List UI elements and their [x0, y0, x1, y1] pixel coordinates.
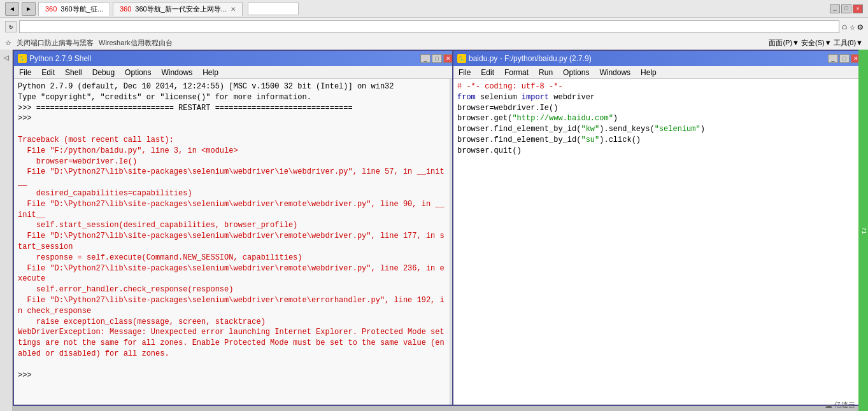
shell-minimize-btn[interactable]: _ [420, 54, 430, 63]
browser-tab-1[interactable]: 360 360导航_征... [38, 2, 110, 16]
browser-bookmarks: ☆ 关闭端口防止病毒与黑客 Wireshark信用教程由台 面面(P)▼ 安全(… [0, 36, 868, 50]
editor-code: # -*- coding: utf-8 -*- from selenium im… [457, 81, 861, 157]
menu-edit[interactable]: Edit [36, 67, 60, 78]
shell-maximize-btn[interactable]: □ [432, 54, 442, 63]
browser-window-controls: _ □ ✕ [830, 4, 863, 13]
browser-right-tools: 面面(P)▼ 安全(S)▼ 工具(0)▼ [769, 38, 863, 48]
browser-bar: ◀ ▶ 360 360导航_征... 360 360导航_新一代安全上网导...… [0, 0, 868, 50]
editor-window-buttons: _ □ ✕ [828, 54, 861, 63]
yiyun-badge: ☁ 亿速云 [825, 400, 855, 410]
tab2-label: 360导航_新一代安全上网导... [135, 4, 227, 14]
menu-options[interactable]: Options [120, 67, 156, 78]
yiyun-label: 亿速云 [834, 400, 855, 410]
editor-title-group: 🐍 baidu.py - F:/python/baidu.py (2.7.9) [457, 54, 592, 63]
shell-titlebar: 🐍 Python 2.7.9 Shell _ □ ✕ [14, 51, 457, 66]
tab1-label: 360导航_征... [60, 4, 103, 14]
editor-window: 🐍 baidu.py - F:/python/baidu.py (2.7.9) … [452, 50, 866, 406]
editor-menu-windows[interactable]: Windows [594, 67, 636, 78]
shell-content[interactable]: Python 2.7.9 (default, Dec 10 2014, 12:2… [14, 79, 450, 405]
bookmark-icon: ☆ [5, 39, 11, 47]
editor-menu-run[interactable]: Run [534, 67, 558, 78]
editor-menu-file[interactable]: File [453, 67, 476, 78]
tab2-close-icon[interactable]: ✕ [231, 6, 236, 13]
browser-top: ◀ ▶ 360 360导航_征... 360 360导航_新一代安全上网导...… [0, 0, 868, 18]
right-badge-label: 71 [860, 227, 867, 234]
shell-title-group: 🐍 Python 2.7.9 Shell [18, 54, 91, 63]
menu-shell[interactable]: Shell [60, 67, 87, 78]
editor-titlebar: 🐍 baidu.py - F:/python/baidu.py (2.7.9) … [453, 51, 865, 66]
new-tab-area [248, 3, 299, 15]
browser-tab-2[interactable]: 360 360导航_新一代安全上网导... ✕ [113, 2, 243, 16]
shell-title: Python 2.7.9 Shell [29, 54, 91, 63]
editor-maximize-btn[interactable]: □ [839, 54, 850, 63]
shell-window: 🐍 Python 2.7.9 Shell _ □ ✕ File Edit She… [13, 50, 459, 406]
menu-help[interactable]: Help [197, 67, 224, 78]
shell-window-icon: 🐍 [18, 54, 27, 63]
left-strip: ◁ [0, 50, 13, 411]
shell-body: Python 2.7.9 (default, Dec 10 2014, 12:2… [14, 79, 457, 405]
browser-addr-bar: ↻ ⌂ ☆ ⚙ [0, 18, 868, 36]
editor-menubar: File Edit Format Run Options Windows Hel… [453, 66, 865, 79]
gear-icon[interactable]: ⚙ [858, 22, 863, 32]
editor-menu-format[interactable]: Format [499, 67, 534, 78]
editor-content[interactable]: # -*- coding: utf-8 -*- from selenium im… [453, 79, 865, 405]
editor-title: baidu.py - F:/python/baidu.py (2.7.9) [469, 54, 592, 63]
close-btn[interactable]: ✕ [853, 4, 863, 13]
main-content: ◁ 🐍 Python 2.7.9 Shell _ □ ✕ File Edit S… [0, 50, 868, 411]
minimize-btn[interactable]: _ [830, 4, 840, 13]
restore-btn[interactable]: □ [841, 4, 851, 13]
menu-debug[interactable]: Debug [87, 67, 120, 78]
bookmark-1[interactable]: 关闭端口防止病毒与黑客 [17, 38, 94, 48]
star-icon[interactable]: ☆ [850, 22, 855, 32]
left-arrow-icon[interactable]: ◁ [3, 52, 8, 63]
editor-minimize-btn[interactable]: _ [828, 54, 838, 63]
shell-window-buttons: _ □ ✕ [420, 54, 453, 63]
refresh-btn[interactable]: ↻ [5, 21, 17, 32]
browser-right-label: 面面(P)▼ 安全(S)▼ 工具(0)▼ [769, 38, 863, 48]
editor-window-icon: 🐍 [457, 54, 466, 63]
yiyun-icon: ☁ [825, 401, 832, 410]
editor-menu-options[interactable]: Options [558, 67, 594, 78]
forward-button[interactable]: ▶ [22, 2, 36, 16]
back-button[interactable]: ◀ [5, 2, 19, 16]
menu-windows[interactable]: Windows [156, 67, 197, 78]
bookmark-2[interactable]: Wireshark信用教程由台 [99, 38, 173, 48]
menu-file[interactable]: File [14, 67, 36, 78]
editor-menu-edit[interactable]: Edit [476, 67, 499, 78]
right-sidebar-badge: 71 [858, 50, 868, 411]
shell-output: Python 2.7.9 (default, Dec 10 2014, 12:2… [18, 81, 446, 380]
editor-menu-help[interactable]: Help [636, 67, 662, 78]
home-icon[interactable]: ⌂ [842, 22, 847, 32]
address-input[interactable] [19, 20, 839, 33]
browser-icons: ⌂ ☆ ⚙ [842, 22, 863, 32]
shell-menubar: File Edit Shell Debug Options Windows He… [14, 66, 457, 79]
